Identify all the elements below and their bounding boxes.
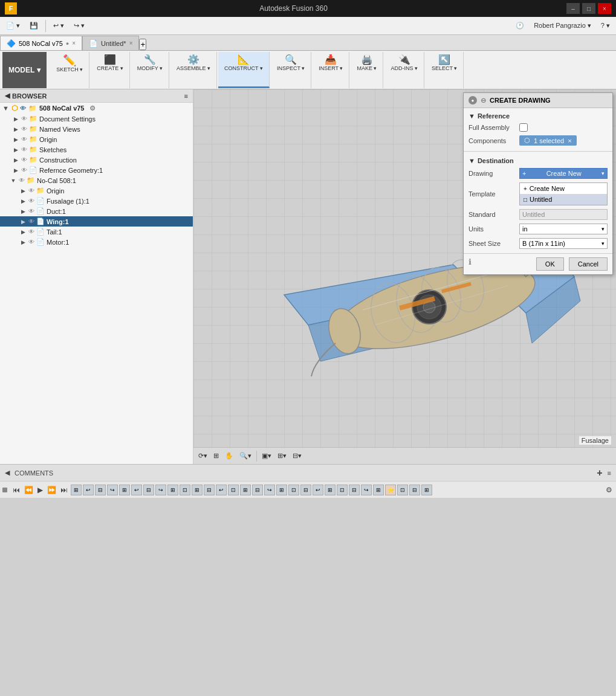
- browser-item-construction[interactable]: ▶ 👁 📁 Construction: [0, 155, 193, 165]
- tl-icon-9[interactable]: ⊞: [167, 485, 178, 495]
- root-eye-icon[interactable]: 👁: [20, 105, 26, 112]
- new-file-button[interactable]: 📄 ▾: [2, 19, 24, 33]
- browser-item-sketches[interactable]: ▶ 👁 📁 Sketches: [0, 144, 193, 155]
- tri-construction[interactable]: ▶: [12, 157, 19, 163]
- save-button[interactable]: 💾: [26, 19, 42, 33]
- tri-tail[interactable]: ▶: [19, 229, 27, 235]
- window-controls[interactable]: – □ ×: [566, 3, 611, 14]
- tl-next-button[interactable]: ⏩: [46, 485, 57, 495]
- create-button[interactable]: ⬛ CREATE ▾: [94, 53, 125, 73]
- tab-508-nocal[interactable]: 🔷 508 NoCal v75 ● ×: [0, 36, 82, 50]
- help-button[interactable]: ? ▾: [597, 19, 614, 33]
- tl-end-button[interactable]: ⏭: [59, 485, 69, 495]
- clock-button[interactable]: 🕐: [512, 19, 528, 33]
- eye-motor[interactable]: 👁: [28, 239, 34, 245]
- close-button[interactable]: ×: [598, 3, 611, 14]
- browser-root-item[interactable]: ▼ ⬡ 👁 📁 508 NoCal v75 ⚙: [0, 103, 193, 114]
- tl-icon-10[interactable]: ⊡: [180, 485, 190, 495]
- tl-icon-30[interactable]: ⊞: [421, 485, 432, 495]
- tl-icon-11[interactable]: ⊞: [192, 485, 203, 495]
- browser-item-fusalage[interactable]: ▶ 👁 📄 Fusalage (1):1: [0, 196, 193, 206]
- tag-clear-icon[interactable]: ×: [568, 137, 571, 144]
- tri-motor[interactable]: ▶: [19, 239, 27, 245]
- browser-item-origin[interactable]: ▶ 👁 📁 Origin: [0, 134, 193, 144]
- tl-icon-21[interactable]: ↩: [313, 485, 323, 495]
- tl-icon-15[interactable]: ⊞: [240, 485, 251, 495]
- eye-sketches[interactable]: 👁: [21, 146, 27, 153]
- eye-fusalage[interactable]: 👁: [28, 198, 34, 204]
- tl-prev-button[interactable]: ⏪: [23, 485, 34, 495]
- eye-origin-sub[interactable]: 👁: [28, 187, 34, 194]
- eye-origin[interactable]: 👁: [21, 136, 27, 143]
- tl-icon-29[interactable]: ⊟: [409, 485, 420, 495]
- tri-sketches[interactable]: ▶: [12, 147, 19, 153]
- tl-play-button[interactable]: ▶: [36, 485, 44, 495]
- eye-tail[interactable]: 👁: [28, 228, 34, 235]
- sketch-button[interactable]: ✏️ SKETCH ▾: [54, 53, 85, 74]
- addins-button[interactable]: 🔌 ADD-INS ▾: [388, 53, 420, 73]
- sheet-size-dropdown[interactable]: B (17in x 11in) ▾: [519, 238, 608, 249]
- tri-duct[interactable]: ▶: [19, 208, 27, 214]
- vp-grid2-button[interactable]: ⊟▾: [290, 451, 304, 461]
- tab-close-508[interactable]: ×: [72, 40, 76, 47]
- browser-item-named-views[interactable]: ▶ 👁 📁 Named Views: [0, 124, 193, 134]
- minimize-button[interactable]: –: [566, 3, 580, 14]
- tl-icon-5[interactable]: ⊞: [119, 485, 130, 495]
- maximize-button[interactable]: □: [582, 3, 595, 14]
- tl-icon-27[interactable]: ⭐: [385, 485, 396, 495]
- eye-wing[interactable]: 👁: [28, 218, 34, 225]
- template-option-create-new[interactable]: + Create New: [520, 183, 607, 194]
- tl-icon-25[interactable]: ↪: [361, 485, 372, 495]
- tri-nocal-508[interactable]: ▼: [10, 178, 17, 184]
- redo-button[interactable]: ↪ ▾: [70, 19, 88, 33]
- make-button[interactable]: 🖨️ MAKE ▾: [354, 53, 379, 73]
- tl-icon-12[interactable]: ⊟: [204, 485, 215, 495]
- eye-named-views[interactable]: 👁: [21, 126, 27, 132]
- browser-item-motor[interactable]: ▶ 👁 📄 Motor:1: [0, 237, 193, 247]
- tl-icon-4[interactable]: ↪: [107, 485, 118, 495]
- undo-button[interactable]: ↩ ▾: [50, 19, 68, 33]
- insert-button[interactable]: 📥 INSERT ▾: [316, 53, 345, 73]
- tl-icon-6[interactable]: ↩: [131, 485, 142, 495]
- browser-item-nocal-508[interactable]: ▼ 👁 📁 No-Cal 508:1: [0, 175, 193, 185]
- drawing-dropdown-display[interactable]: + Create New ▾: [519, 168, 608, 179]
- user-button[interactable]: Robert Pangrazio ▾: [530, 19, 595, 33]
- tri-doc-settings[interactable]: ▶: [12, 116, 19, 122]
- assemble-button[interactable]: ⚙️ ASSEMBLE ▾: [174, 53, 213, 73]
- tl-icon-17[interactable]: ↪: [264, 485, 275, 495]
- units-dropdown[interactable]: in ▾: [519, 224, 608, 234]
- destination-section-header[interactable]: ▼ Destination: [468, 155, 608, 166]
- dialog-close-button[interactable]: ●: [468, 96, 477, 105]
- tab-untitled[interactable]: 📄 Untitled* ×: [82, 36, 139, 50]
- tl-icon-19[interactable]: ⊡: [288, 485, 299, 495]
- info-icon[interactable]: ℹ: [468, 257, 472, 271]
- reference-section-header[interactable]: ▼ Reference: [468, 111, 608, 121]
- template-option-untitled[interactable]: □ Untitled: [520, 194, 607, 205]
- tl-icon-8[interactable]: ↪: [155, 485, 166, 495]
- browser-item-doc-settings[interactable]: ▶ 👁 📁 Document Settings: [0, 114, 193, 124]
- tl-icon-3[interactable]: ⊟: [95, 485, 106, 495]
- eye-duct[interactable]: 👁: [28, 208, 34, 214]
- tri-fusalage[interactable]: ▶: [19, 198, 27, 204]
- vp-fit-button[interactable]: ⊞: [211, 451, 221, 461]
- browser-item-wing[interactable]: ▶ 👁 📄 Wing:1: [0, 216, 193, 227]
- tl-icon-23[interactable]: ⊡: [337, 485, 348, 495]
- tl-icon-7[interactable]: ⊟: [143, 485, 154, 495]
- tl-icon-16[interactable]: ⊟: [252, 485, 263, 495]
- tri-wing[interactable]: ▶: [19, 219, 27, 225]
- browser-item-reference-geometry[interactable]: ▶ 👁 📄 Refernce Geometry:1: [0, 165, 193, 175]
- browser-options-icon[interactable]: ≡: [184, 92, 188, 100]
- tl-icon-1[interactable]: ⊞: [71, 485, 82, 495]
- modify-button[interactable]: 🔧 MODIFY ▾: [135, 53, 165, 73]
- comments-add-icon[interactable]: +: [597, 468, 602, 478]
- tl-icon-24[interactable]: ⊟: [349, 485, 360, 495]
- tl-icon-28[interactable]: ⊡: [397, 485, 408, 495]
- sheet-size-dropdown-display[interactable]: B (17in x 11in) ▾: [519, 238, 608, 249]
- vp-pan-button[interactable]: ✋: [222, 451, 236, 461]
- select-button[interactable]: ↖️ SELECT ▾: [429, 53, 459, 73]
- comments-menu-icon[interactable]: ≡: [608, 469, 611, 477]
- ok-button[interactable]: OK: [536, 257, 564, 271]
- vp-display-button[interactable]: ▣▾: [259, 451, 274, 461]
- viewport-container[interactable]: FRONT R IGH T Z X Y Fusalage: [193, 89, 616, 464]
- tl-icon-22[interactable]: ⊞: [325, 485, 336, 495]
